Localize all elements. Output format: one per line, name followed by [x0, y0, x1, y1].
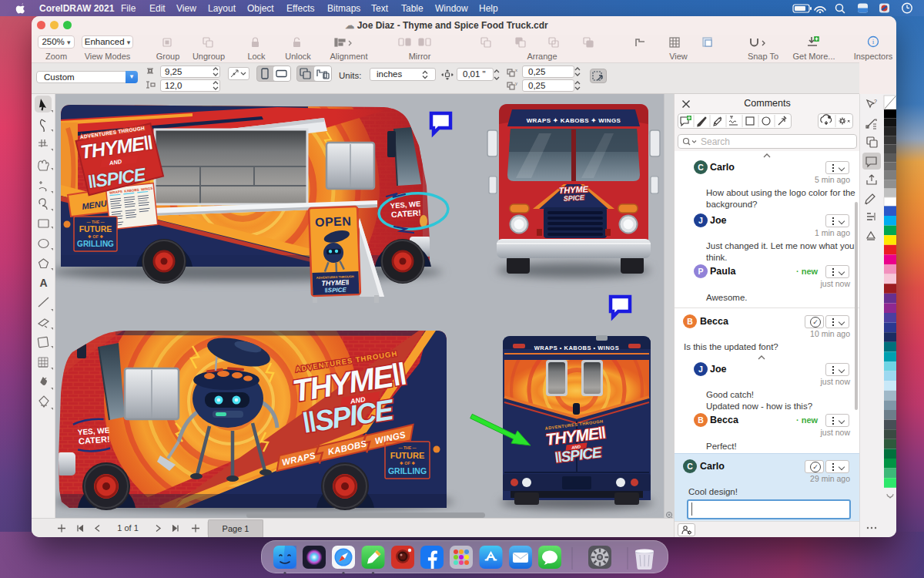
svg-text:SPICE: SPICE — [564, 193, 585, 202]
svg-text:i: i — [872, 38, 875, 45]
svg-text:‖SPICE: ‖SPICE — [325, 286, 347, 294]
svg-text:A: A — [39, 277, 47, 289]
svg-text:THYME: THYME — [558, 184, 589, 195]
svg-text:FUTURE: FUTURE — [390, 451, 425, 460]
svg-text:y: y — [515, 81, 517, 86]
svg-text:GRILLING: GRILLING — [388, 466, 427, 476]
svg-text:WRAPS • KABOBS • WINGS: WRAPS • KABOBS • WINGS — [534, 344, 619, 351]
svg-text:— THE —: — THE — — [399, 445, 417, 450]
svg-text:FUTURE: FUTURE — [79, 224, 112, 234]
svg-text:❖ OF ❖: ❖ OF ❖ — [400, 461, 416, 465]
svg-text:OPEN: OPEN — [315, 214, 352, 229]
svg-text:GRILLING: GRILLING — [77, 240, 114, 248]
svg-text:❖ OF ❖: ❖ OF ❖ — [88, 234, 104, 239]
svg-text:WRAPS ✦ KABOBS ✦ WINGS: WRAPS ✦ KABOBS ✦ WINGS — [527, 117, 621, 124]
svg-text:x: x — [515, 68, 517, 72]
svg-text:?: ? — [874, 99, 877, 104]
